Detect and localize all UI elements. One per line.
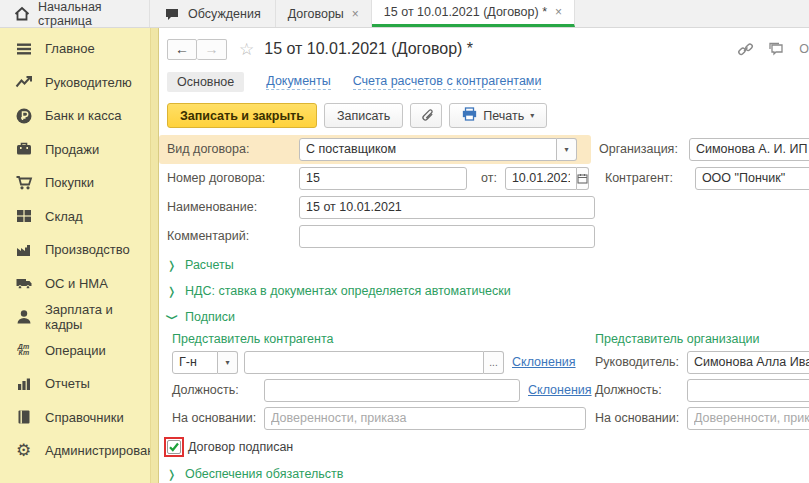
tab-contract-15-label: 15 от 10.01.2021 (Договор) *: [384, 5, 547, 19]
position-input-right[interactable]: [687, 379, 809, 402]
position-label-right: Должность:: [595, 383, 687, 397]
section-securities[interactable]: ❭ Обеспечения обязательств: [167, 465, 809, 483]
toolbar: Записать и закрыть Записать Печать ▾: [167, 102, 809, 129]
grid-icon: [14, 207, 33, 226]
tab-contracts[interactable]: Договоры ×: [276, 0, 372, 27]
name-label: Наименование:: [167, 200, 299, 214]
contract-number-row: Номер договора: от: Контрагент:: [167, 166, 809, 190]
comment-input[interactable]: [299, 225, 595, 248]
person-icon: [14, 307, 33, 326]
favorite-star-icon[interactable]: ☆: [239, 39, 254, 60]
counterparty-input[interactable]: [695, 167, 809, 190]
section-calculations[interactable]: ❭ Расчеты: [167, 256, 809, 274]
tab-main[interactable]: Основное: [167, 72, 244, 92]
discussions-button[interactable]: Обсуждения: [150, 0, 276, 27]
sidebar-item-label: Руководителю: [45, 75, 132, 90]
section-signatures[interactable]: ❭ Подписи: [167, 308, 809, 326]
tab-settlement-accounts[interactable]: Счета расчетов с контрагентами: [353, 74, 542, 90]
sidebar-item-reports[interactable]: Отчеты: [0, 367, 150, 401]
calendar-icon[interactable]: [577, 167, 589, 190]
printer-icon: [462, 107, 477, 124]
sidebar-item-main[interactable]: Главное: [0, 32, 150, 66]
sidebar-item-administration[interactable]: ⚙ Администрирование: [0, 434, 150, 468]
header-corner-actions: О: [737, 41, 809, 58]
date-input[interactable]: [505, 167, 577, 190]
salutation-input[interactable]: [172, 351, 218, 374]
contract-number-label: Номер договора:: [167, 171, 299, 185]
head-input[interactable]: [687, 351, 809, 374]
sidebar-item-warehouse[interactable]: Склад: [0, 200, 150, 234]
name-input[interactable]: [299, 196, 595, 219]
sidebar-item-label: Главное: [45, 41, 95, 56]
organization-input[interactable]: [689, 138, 809, 161]
contract-type-label: Вид договора:: [167, 142, 299, 156]
sidebar-item-os-nma[interactable]: ОС и НМА: [0, 267, 150, 301]
save-and-close-button[interactable]: Записать и закрыть: [167, 103, 317, 128]
home-page-button[interactable]: Начальная страница: [0, 0, 150, 27]
declensions-link[interactable]: Склонения: [528, 383, 592, 397]
barchart-icon: [14, 374, 33, 393]
counterparty-label: Контрагент:: [605, 171, 695, 185]
form-nav-tabs: Основное Документы Счета расчетов с конт…: [167, 71, 809, 93]
sidebar-item-label: Справочники: [45, 410, 124, 425]
contract-signed-label: Договор подписан: [188, 440, 293, 454]
attachment-button[interactable]: [410, 103, 442, 128]
link-icon[interactable]: [737, 41, 754, 58]
comment-row: Комментарий:: [167, 224, 809, 248]
sidebar-item-directories[interactable]: Справочники: [0, 401, 150, 435]
sidebar-item-label: Зарплата и кадры: [45, 302, 140, 332]
name-row: Наименование:: [167, 195, 809, 219]
tab-contracts-close-icon[interactable]: ×: [352, 7, 359, 21]
sidebar-item-label: Производство: [45, 242, 130, 257]
briefcase-icon: [14, 140, 33, 159]
discussions-label: Обсуждения: [188, 7, 261, 21]
basis-row: На основании: На основании:: [167, 406, 809, 430]
sidebar-item-label: ОС и НМА: [45, 276, 108, 291]
contract-signed-checkbox[interactable]: [167, 440, 181, 454]
back-button[interactable]: ←: [167, 39, 197, 60]
print-button[interactable]: Печать ▾: [449, 103, 547, 128]
book-icon: [14, 408, 33, 427]
paperclip-icon: [419, 107, 434, 125]
contract-number-input[interactable]: [299, 167, 467, 190]
declensions-link[interactable]: Склонения: [512, 355, 576, 369]
top-tab-bar: Начальная страница Обсуждения Договоры ×…: [0, 0, 809, 28]
save-button[interactable]: Записать: [324, 103, 403, 128]
contract-signed-row: Договор подписан: [167, 437, 809, 457]
tab-documents[interactable]: Документы: [266, 74, 330, 90]
basis-label-right: На основании:: [595, 411, 687, 425]
sidebar-item-bank-cash[interactable]: Банк и касса: [0, 99, 150, 133]
discussion-bubbles-icon[interactable]: [768, 41, 785, 58]
forward-button[interactable]: →: [197, 39, 227, 60]
chevron-right-icon: ❭: [167, 468, 177, 481]
menu-icon: [14, 39, 33, 58]
basis-input-right[interactable]: [687, 407, 809, 430]
contract-form: ← → ☆ 15 от 10.01.2021 (Договор) * О Осн…: [159, 28, 809, 483]
chevron-right-icon: ❭: [167, 285, 177, 298]
salutation-dropdown-icon[interactable]: ▾: [218, 351, 238, 374]
contract-type-highlight: Вид договора: ▾: [159, 135, 591, 164]
ruble-icon: [14, 106, 33, 125]
trend-icon: [14, 73, 33, 92]
section-vat[interactable]: ❭ НДС: ставка в документах определяется …: [167, 282, 809, 300]
sidebar-item-manager[interactable]: Руководителю: [0, 66, 150, 100]
comment-label: Комментарий:: [167, 229, 299, 243]
position-input-left[interactable]: [264, 379, 520, 402]
factory-icon: [14, 240, 33, 259]
sidebar-item-purchases[interactable]: Покупки: [0, 166, 150, 200]
tab-contract-15-close-icon[interactable]: ×: [555, 5, 562, 19]
basis-label-left: На основании:: [172, 411, 264, 425]
discussions-icon: [164, 6, 180, 22]
rep-name-choose-icon[interactable]: ...: [484, 351, 504, 374]
rep-name-input[interactable]: [244, 351, 484, 374]
contract-type-dropdown-icon[interactable]: ▾: [557, 138, 577, 161]
sidebar-item-production[interactable]: Производство: [0, 233, 150, 267]
tab-contract-15-active[interactable]: 15 от 10.01.2021 (Договор) * ×: [372, 0, 575, 27]
contract-type-input[interactable]: [299, 138, 557, 161]
sidebar-item-operations[interactable]: ДтКт Операции: [0, 334, 150, 368]
basis-input-left[interactable]: [264, 407, 586, 430]
head-label: Руководитель:: [595, 355, 687, 369]
sidebar-divider: [150, 28, 159, 483]
sidebar-item-sales[interactable]: Продажи: [0, 133, 150, 167]
sidebar-item-salary-hr[interactable]: Зарплата и кадры: [0, 300, 150, 334]
